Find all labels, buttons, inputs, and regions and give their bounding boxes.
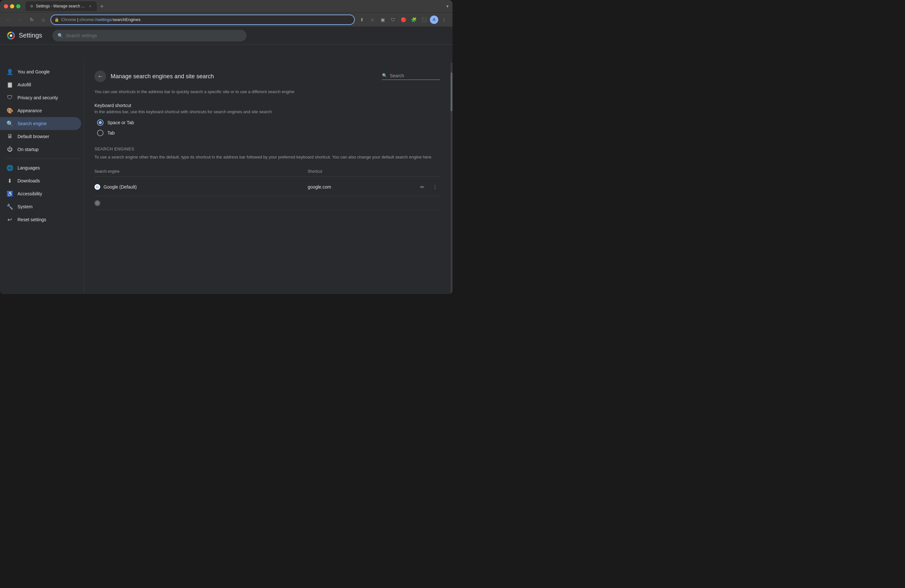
- sidebar-item-reset-settings[interactable]: ↩ Reset settings: [0, 213, 81, 226]
- new-tab-button[interactable]: +: [97, 2, 106, 11]
- more-icon: ⋮: [442, 17, 446, 22]
- search-engines-description: To use a search engine other than the de…: [94, 154, 440, 161]
- maximize-window-button[interactable]: [16, 4, 21, 8]
- sidebar-item-privacy[interactable]: 🛡 Privacy and security: [0, 91, 81, 104]
- active-tab[interactable]: ⚙ Settings - Manage search engi ×: [25, 1, 97, 11]
- forward-button[interactable]: →: [16, 15, 25, 24]
- navigation-bar: ← → ↻ ⌂ 🔒 Chrome | chrome://settings/sea…: [0, 12, 452, 27]
- settings-header-bar: Settings 🔍: [0, 27, 452, 44]
- address-scheme: chrome://: [79, 17, 97, 22]
- radio-label-tab: Tab: [107, 130, 115, 135]
- tab-close-button[interactable]: ×: [88, 3, 93, 9]
- sidebar-label-privacy: Privacy and security: [17, 95, 58, 100]
- engine-actions-cell: ✏ ⋮: [414, 182, 440, 192]
- radio-tab[interactable]: Tab: [97, 130, 440, 136]
- radio-circle-space-or-tab[interactable]: [97, 119, 103, 126]
- extensions-button[interactable]: 🧩: [409, 15, 418, 24]
- table-header: Search engine Shortcut: [94, 167, 440, 176]
- sidebar-item-downloads[interactable]: ⬇ Downloads: [0, 174, 81, 187]
- edit-engine-button[interactable]: ✏: [417, 182, 427, 192]
- traffic-lights: [4, 4, 21, 8]
- profile-avatar[interactable]: A: [430, 16, 438, 24]
- settings-search-input[interactable]: [66, 33, 241, 38]
- sidebar-item-accessibility[interactable]: ♿ Accessibility: [0, 187, 81, 200]
- nav-actions: ⬆ ☆ ▣ 🛡 🔴 🧩 ⬛ A ⋮: [357, 15, 449, 24]
- sidebar-label-default-browser: Default browser: [17, 134, 49, 139]
- sidebar-label-reset: Reset settings: [17, 217, 46, 222]
- minimize-window-button[interactable]: [10, 4, 14, 8]
- sidebar-item-languages[interactable]: 🌐 Languages: [0, 161, 81, 174]
- browser-content: Settings 🔍 👤 You and Google 📋: [0, 27, 452, 294]
- sidebar-item-default-browser[interactable]: 🖥 Default browser: [0, 130, 81, 143]
- home-icon: ⌂: [42, 17, 44, 22]
- reload-button[interactable]: ↻: [27, 15, 36, 24]
- radio-space-or-tab[interactable]: Space or Tab: [97, 119, 440, 126]
- sidebar-label-search-engine: Search engine: [17, 121, 46, 126]
- address-path: settings: [97, 17, 111, 22]
- more-engine-options-button[interactable]: ⋮: [430, 182, 440, 192]
- tab-favicon-icon: ⚙: [29, 4, 34, 8]
- main-panel: ← Manage search engines and site search …: [84, 63, 451, 294]
- table-row-partial: B: [94, 196, 440, 210]
- address-bar[interactable]: 🔒 Chrome | chrome://settings/searchEngin…: [51, 14, 355, 25]
- sidebar-label-on-startup: On startup: [17, 147, 38, 152]
- sidebar-item-system[interactable]: 🔧 System: [0, 200, 81, 213]
- back-button[interactable]: ←: [4, 15, 13, 24]
- ext-icon-1: ▣: [381, 17, 385, 22]
- more-menu-button[interactable]: ⋮: [440, 15, 449, 24]
- home-button[interactable]: ⌂: [39, 15, 48, 24]
- split-view-button[interactable]: ⬛: [419, 15, 429, 24]
- sidebar-item-autofill[interactable]: 📋 Autofill: [0, 78, 81, 91]
- column-header-shortcut: Shortcut: [308, 169, 414, 174]
- sidebar-item-on-startup[interactable]: ⏻ On startup: [0, 143, 81, 156]
- page-description: You can use shortcuts in the address bar…: [94, 89, 440, 95]
- keyboard-shortcut-title: Keyboard shortcut: [94, 103, 440, 108]
- engine-name-cell: G Google (Default): [94, 184, 308, 190]
- tab-dropdown-button[interactable]: ▾: [446, 3, 449, 9]
- sidebar-item-search-engine[interactable]: 🔍 Search engine: [0, 117, 81, 130]
- settings-search-bar[interactable]: 🔍: [52, 30, 246, 41]
- extension-button-3[interactable]: 🔴: [399, 15, 408, 24]
- radio-circle-tab[interactable]: [97, 130, 103, 136]
- engine-name-cell-2: B: [94, 200, 440, 206]
- page-search-field[interactable]: 🔍 Search: [382, 73, 440, 80]
- sidebar-label-accessibility: Accessibility: [17, 191, 42, 196]
- chrome-logo: [6, 31, 16, 40]
- privacy-shield-icon: 🛡: [6, 94, 13, 101]
- sidebar-label-appearance: Appearance: [17, 108, 42, 113]
- back-icon: ←: [6, 17, 11, 22]
- engine-favicon-2: B: [94, 200, 100, 206]
- scrollbar-thumb[interactable]: [451, 72, 452, 111]
- scrollbar-track[interactable]: [451, 63, 452, 294]
- back-to-settings-button[interactable]: ←: [94, 70, 106, 82]
- sidebar: 👤 You and Google 📋 Autofill 🛡 Privacy an…: [0, 63, 84, 294]
- share-button[interactable]: ⬆: [357, 15, 367, 24]
- page-title: Manage search engines and site search: [111, 73, 214, 80]
- sidebar-item-you-and-google[interactable]: 👤 You and Google: [0, 65, 81, 78]
- clipboard-icon: 📋: [6, 81, 13, 88]
- close-window-button[interactable]: [4, 4, 8, 8]
- tab-title: Settings - Manage search engi: [36, 4, 86, 8]
- extension-button-1[interactable]: ▣: [378, 15, 387, 24]
- column-header-search-engine: Search engine: [94, 169, 308, 174]
- settings-body: 👤 You and Google 📋 Autofill 🛡 Privacy an…: [0, 63, 452, 294]
- page-search-label: Search: [390, 73, 404, 78]
- radio-label-space-or-tab: Space or Tab: [107, 120, 134, 125]
- extension-button-2[interactable]: 🛡: [389, 15, 397, 24]
- bookmark-button[interactable]: ☆: [368, 15, 377, 24]
- sidebar-label-downloads: Downloads: [17, 178, 40, 183]
- share-icon: ⬆: [360, 17, 364, 22]
- page-search-icon: 🔍: [382, 73, 387, 78]
- svg-text:G: G: [96, 185, 99, 189]
- tab-bar: ⚙ Settings - Manage search engi × +: [25, 1, 444, 11]
- column-header-actions: [414, 169, 440, 174]
- keyboard-shortcut-subtitle: In the address bar, use this keyboard sh…: [94, 109, 440, 114]
- shield-icon: 🛡: [391, 17, 395, 22]
- engine-shortcut-cell: google.com: [308, 184, 414, 189]
- search-engine-icon: 🔍: [6, 120, 13, 127]
- globe-icon: 🌐: [6, 165, 13, 171]
- sidebar-item-appearance[interactable]: 🎨 Appearance: [0, 104, 81, 117]
- forward-icon: →: [18, 17, 23, 22]
- edit-icon: ✏: [420, 184, 424, 190]
- back-arrow-icon: ←: [97, 73, 103, 80]
